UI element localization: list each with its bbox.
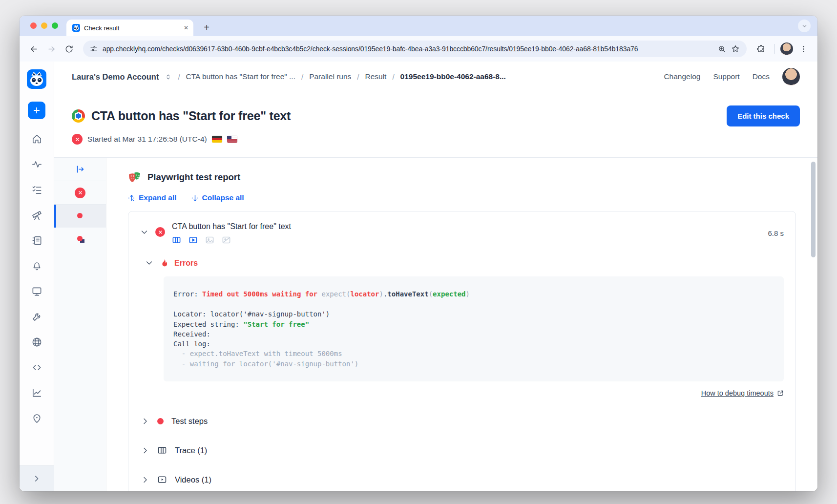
- globe-icon: [31, 336, 42, 348]
- breadcrumb-bar: Laura's Demo Account / CTA button has "S…: [54, 62, 817, 92]
- new-tab-button[interactable]: +: [200, 21, 213, 34]
- checkly-logo-icon[interactable]: [27, 69, 46, 89]
- user-avatar[interactable]: [782, 68, 800, 85]
- tab-close-icon[interactable]: ✕: [184, 24, 188, 31]
- minimize-window-button[interactable]: [41, 22, 47, 29]
- account-switcher[interactable]: Laura's Demo Account: [72, 72, 159, 82]
- account-sort-icon[interactable]: [165, 73, 172, 81]
- tab-strip: Check result ✕ +: [20, 16, 817, 36]
- page-header: CTA button has "Start for free" text Edi…: [54, 92, 817, 157]
- url-bar[interactable]: app.checklyhq.com/checks/d0639617-63b0-4…: [83, 41, 747, 57]
- close-window-button[interactable]: [30, 22, 37, 29]
- failed-dot-badge: [77, 236, 83, 241]
- sidebar-item-activity[interactable]: [27, 157, 46, 171]
- sidebar-item-telescope[interactable]: [27, 208, 46, 222]
- chevron-down-icon[interactable]: [140, 228, 148, 236]
- back-button[interactable]: [26, 42, 41, 56]
- plus-icon: [32, 106, 41, 115]
- browser-menu-button[interactable]: [796, 42, 811, 56]
- sidebar-item-notebook[interactable]: [27, 233, 46, 247]
- chevron-right-icon[interactable]: [141, 446, 149, 455]
- chevron-right-icon[interactable]: [141, 417, 149, 425]
- runs-sidebar-toggle[interactable]: [54, 158, 106, 181]
- sidebar-item-dashboards[interactable]: [27, 284, 46, 298]
- chrome-browser-icon: [72, 109, 85, 123]
- expand-all-button[interactable]: Expand all: [128, 193, 177, 202]
- site-settings-icon[interactable]: [90, 45, 98, 53]
- collapse-all-button[interactable]: Collapse all: [191, 193, 244, 202]
- reload-button[interactable]: [62, 42, 76, 56]
- overall-result-status[interactable]: [54, 181, 106, 205]
- started-at-text: Started at Mar 31 17:26:58 (UTC-4): [87, 135, 207, 144]
- trace-icon[interactable]: [172, 235, 181, 245]
- run-germany[interactable]: [54, 205, 106, 228]
- test-steps-section[interactable]: Test steps: [141, 417, 784, 426]
- changelog-link[interactable]: Changelog: [664, 72, 700, 81]
- chevron-right-icon[interactable]: [141, 476, 149, 484]
- collapse-panel-icon: [76, 165, 85, 174]
- docs-link[interactable]: Docs: [753, 72, 770, 81]
- extensions-button[interactable]: [753, 42, 768, 56]
- video-icon[interactable]: [188, 235, 198, 245]
- run-usa[interactable]: [54, 228, 106, 251]
- failed-status-icon: [75, 188, 85, 198]
- errors-label: Errors: [174, 259, 198, 268]
- error-log-line: Received:: [173, 329, 774, 339]
- test-report-card: CTA button has "Start for free" text 6.8…: [128, 211, 796, 491]
- browser-tab[interactable]: Check result ✕: [66, 20, 193, 36]
- create-button[interactable]: [28, 102, 45, 119]
- checkly-favicon: [72, 24, 80, 32]
- failed-dot-icon: [157, 418, 164, 424]
- chevron-down-icon[interactable]: [145, 259, 153, 267]
- germany-flag-icon: [212, 136, 222, 143]
- code-icon: [31, 362, 42, 373]
- sidebar-item-maintenance[interactable]: [27, 310, 46, 323]
- trace-section[interactable]: Trace (1): [141, 445, 784, 455]
- sidebar-item-home[interactable]: [27, 132, 46, 146]
- section-label: Trace (1): [175, 446, 207, 455]
- breadcrumb-separator: /: [301, 73, 303, 81]
- runs-sidebar: [54, 158, 106, 491]
- sidebar-collapse-button[interactable]: [20, 465, 54, 491]
- sidebar-item-snippets[interactable]: [27, 360, 46, 374]
- sidebar-item-private-locations[interactable]: [27, 335, 46, 349]
- support-link[interactable]: Support: [713, 72, 739, 81]
- browser-profile-avatar[interactable]: [780, 42, 793, 55]
- breadcrumb-check[interactable]: CTA button has "Start for free" ...: [186, 72, 295, 81]
- window-controls: [30, 22, 58, 29]
- zoom-page-icon[interactable]: [718, 45, 726, 53]
- test-row[interactable]: CTA button has "Start for free" text 6.8…: [140, 221, 784, 245]
- errors-section-header[interactable]: Errors: [145, 258, 784, 268]
- chevron-down-icon: [801, 23, 808, 29]
- sidebar-item-alerts[interactable]: [27, 259, 46, 273]
- video-icon: [157, 475, 167, 484]
- main-column: Laura's Demo Account / CTA button has "S…: [54, 62, 817, 491]
- breadcrumb-parallel-runs[interactable]: Parallel runs: [309, 72, 351, 81]
- chart-icon: [31, 387, 42, 399]
- notebook-icon: [31, 235, 42, 246]
- error-log-line: Call log:: [173, 339, 774, 349]
- flame-icon: [159, 258, 168, 268]
- monitor-icon: [31, 286, 42, 297]
- test-name: CTA button has "Start for free" text: [172, 222, 761, 231]
- error-log-line: Locator: locator('#nav-signup-button'): [173, 309, 774, 319]
- bookmark-star-icon[interactable]: [731, 44, 740, 53]
- screenshot-icon: [205, 235, 214, 245]
- pulse-icon: [31, 159, 42, 170]
- test-duration: 6.8 s: [768, 229, 784, 237]
- usa-flag-icon: [227, 136, 237, 143]
- expand-all-icon: [128, 194, 135, 202]
- sidebar-item-locations[interactable]: [27, 411, 46, 425]
- breadcrumb-result[interactable]: Result: [365, 72, 386, 81]
- zoom-window-button[interactable]: [52, 22, 58, 29]
- edit-check-button[interactable]: Edit this check: [727, 105, 800, 126]
- debug-timeouts-link[interactable]: How to debug timeouts: [701, 389, 784, 397]
- scrollbar-thumb[interactable]: [811, 162, 816, 257]
- tab-search-button[interactable]: [798, 20, 811, 32]
- failed-dot-badge: [77, 213, 83, 218]
- forward-button[interactable]: [44, 42, 59, 56]
- videos-section[interactable]: Videos (1): [141, 475, 784, 484]
- sidebar-item-analytics[interactable]: [27, 386, 46, 399]
- sidebar-item-checks[interactable]: [27, 183, 46, 196]
- url-text[interactable]: app.checklyhq.com/checks/d0639617-63b0-4…: [103, 45, 713, 53]
